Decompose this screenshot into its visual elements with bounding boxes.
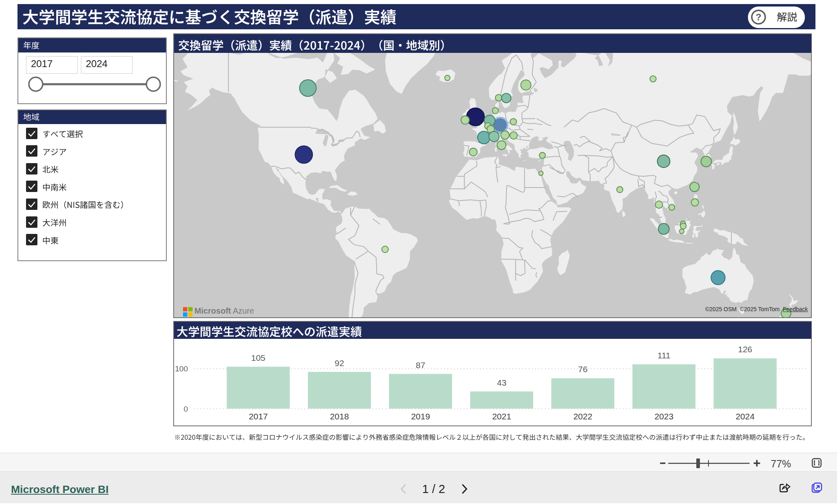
svg-text:111: 111 xyxy=(658,351,671,360)
svg-text:2017: 2017 xyxy=(249,412,268,421)
svg-text:2024: 2024 xyxy=(736,412,755,421)
svg-text:92: 92 xyxy=(335,358,344,368)
svg-text:126: 126 xyxy=(738,345,752,354)
svg-text:2018: 2018 xyxy=(330,412,349,421)
svg-text:105: 105 xyxy=(251,353,265,362)
svg-text:87: 87 xyxy=(416,360,425,370)
svg-text:2019: 2019 xyxy=(411,412,430,421)
svg-text:76: 76 xyxy=(578,364,587,374)
svg-text:2021: 2021 xyxy=(492,412,511,421)
svg-text:2022: 2022 xyxy=(573,412,593,421)
svg-text:43: 43 xyxy=(497,378,506,387)
svg-text:100: 100 xyxy=(175,364,188,373)
svg-text:0: 0 xyxy=(183,405,188,413)
svg-text:2023: 2023 xyxy=(654,412,674,421)
